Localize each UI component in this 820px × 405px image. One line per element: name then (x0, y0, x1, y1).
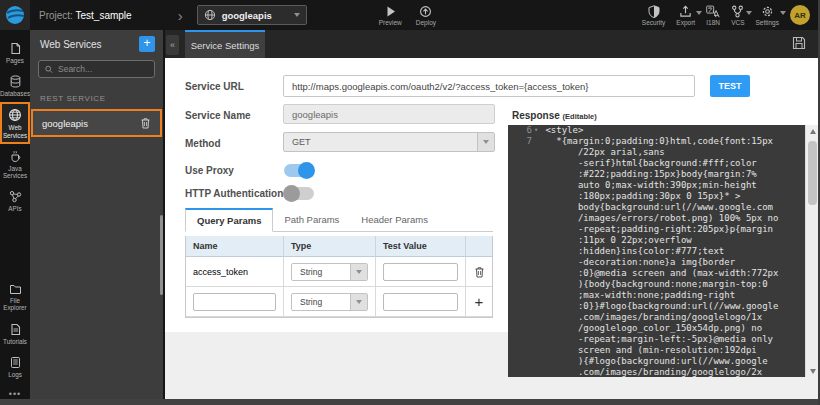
param-type-value: String (292, 267, 350, 277)
sidebar-item-apis[interactable]: APIs (0, 184, 30, 217)
http-auth-toggle[interactable] (284, 187, 314, 200)
vcs-button[interactable]: VCS (731, 5, 744, 26)
sidebar-item-java-services[interactable]: Java Services (0, 144, 30, 184)
response-editable-suffix: (Editable) (563, 112, 597, 121)
code-line: 7 *{margin:0;padding:0}html,code{font:15… (508, 136, 805, 147)
scroll-down-arrow[interactable] (806, 365, 819, 377)
search-input[interactable] (58, 64, 148, 74)
select-chevron-icon (350, 294, 367, 310)
sidebar-item-label: File Explorer (2, 297, 28, 311)
panel-scrollbar[interactable] (160, 215, 163, 295)
security-button[interactable]: Security (642, 5, 665, 26)
editor-scrollbar[interactable] (805, 125, 818, 377)
method-value: GET (284, 137, 477, 147)
service-search-box[interactable] (38, 60, 155, 78)
code-line: -repeat;padding-right:205px}p{margin (508, 224, 805, 235)
logs-icon (9, 356, 22, 369)
new-param-type-select[interactable]: String (291, 293, 368, 311)
settings-caret-icon (780, 11, 786, 15)
save-button[interactable] (792, 36, 806, 50)
globe-icon (204, 9, 216, 21)
method-chevron-icon (477, 133, 494, 151)
code-line: :180px;padding:30px 0 15px}* > (508, 191, 805, 202)
topbar: Project: Test_sample › googleapis Previe… (0, 0, 818, 30)
params-tabbar: Query Params Path Params Header Params (185, 208, 493, 232)
sidebar-item-databases[interactable]: Databases (0, 69, 30, 102)
use-proxy-toggle[interactable] (284, 164, 314, 177)
param-type-select[interactable]: String (291, 263, 368, 281)
code-line: -decoration:none}a img{border (508, 257, 805, 268)
collapse-panel-button[interactable]: « (166, 35, 179, 55)
add-param-icon[interactable]: + (475, 294, 484, 309)
sidebar-item-file-explorer[interactable]: File Explorer (0, 277, 30, 316)
tab-service-settings[interactable]: Service Settings (185, 30, 265, 58)
chevron-down-icon (294, 13, 300, 17)
test-button[interactable]: TEST (710, 75, 750, 97)
user-avatar[interactable]: AR (790, 5, 810, 25)
preview-label: Preview (379, 19, 402, 26)
use-proxy-label: Use Proxy (185, 165, 234, 176)
sidebar-item-label: Databases (0, 90, 30, 97)
search-icon (45, 65, 53, 74)
sidebar-item-label: Tutorials (3, 338, 27, 345)
code-line: :#222;padding:15px}body{margin:7% (508, 169, 805, 180)
service-name-input[interactable] (283, 104, 495, 124)
add-service-button[interactable]: + (139, 36, 155, 52)
service-url-input[interactable] (283, 75, 695, 97)
delete-param-icon[interactable] (474, 266, 485, 278)
table-row-new: String + (186, 287, 492, 317)
sidebar-item-logs[interactable]: Logs (0, 350, 30, 383)
security-label: Security (642, 19, 665, 26)
scrollbar-thumb[interactable] (808, 141, 817, 205)
query-params-table: Name Type Test Value access_token String (185, 236, 493, 318)
code-line: .com/images/branding/googlelogo/2x (508, 367, 805, 377)
service-list-item-googleapis[interactable]: googleapis (31, 109, 162, 137)
new-param-test-value-input[interactable] (383, 293, 458, 311)
new-param-name-input[interactable] (193, 293, 276, 311)
app-logo[interactable] (0, 0, 30, 30)
sidebar-item-label: Java Services (2, 165, 28, 179)
tab-path-params[interactable]: Path Params (273, 208, 350, 231)
method-select[interactable]: GET (283, 132, 495, 152)
i18n-label: I18N (706, 19, 720, 26)
code-line: :0}}#logo{background:url(//www.google (508, 301, 805, 312)
export-caret-icon (696, 11, 702, 15)
response-code-editor[interactable]: 6▾ <style>7 *{margin:0;padding:0}html,co… (508, 125, 805, 377)
code-line: screen and (min-resolution:192dpi (508, 345, 805, 356)
tab-header-params[interactable]: Header Params (350, 208, 439, 231)
sidebar-item-web-services[interactable]: Web Services (0, 102, 30, 143)
trash-icon[interactable] (140, 117, 151, 129)
deploy-button[interactable]: Deploy (416, 5, 436, 26)
param-test-value-input[interactable] (383, 263, 458, 281)
export-button[interactable]: Export (676, 5, 695, 26)
more-options-icon[interactable]: ••• (0, 383, 30, 399)
sidebar-item-tutorials[interactable]: Tutorials (0, 317, 30, 350)
preview-button[interactable]: Preview (379, 5, 402, 26)
settings-label: Settings (756, 19, 780, 26)
service-selector-dropdown[interactable]: googleapis (197, 5, 307, 25)
service-selector-value: googleapis (222, 10, 288, 21)
play-icon (384, 5, 397, 18)
tutorial-doc-icon (9, 323, 22, 336)
code-line: -serif}html{background:#fff;color (508, 158, 805, 169)
scroll-up-arrow[interactable] (806, 125, 819, 137)
code-line: :11px 0 22px;overflow (508, 235, 805, 246)
deploy-label: Deploy (416, 19, 436, 26)
folder-icon (9, 283, 22, 295)
col-header-name: Name (186, 236, 284, 257)
tab-query-params[interactable]: Query Params (185, 208, 273, 232)
settings-button[interactable]: Settings (756, 5, 780, 26)
code-line: .com/images/branding/googlelogo/1x (508, 312, 805, 323)
api-nodes-icon (9, 190, 22, 203)
project-name: Test_sample (76, 10, 132, 21)
code-line: /22px arial,sans (508, 147, 805, 158)
code-line: :0}@media screen and (max-width:772px (508, 268, 805, 279)
editor-tabbar: « Service Settings (165, 30, 818, 58)
sidebar-item-pages[interactable]: Pages (0, 36, 30, 69)
app-window: Project: Test_sample › googleapis Previe… (0, 0, 820, 405)
code-line: /images/errors/robot.png) 100% 5px no (508, 213, 805, 224)
i18n-button[interactable]: I18N (706, 5, 720, 26)
table-header-row: Name Type Test Value (186, 236, 492, 257)
vcs-caret-icon (746, 11, 752, 15)
col-header-actions (466, 236, 492, 257)
